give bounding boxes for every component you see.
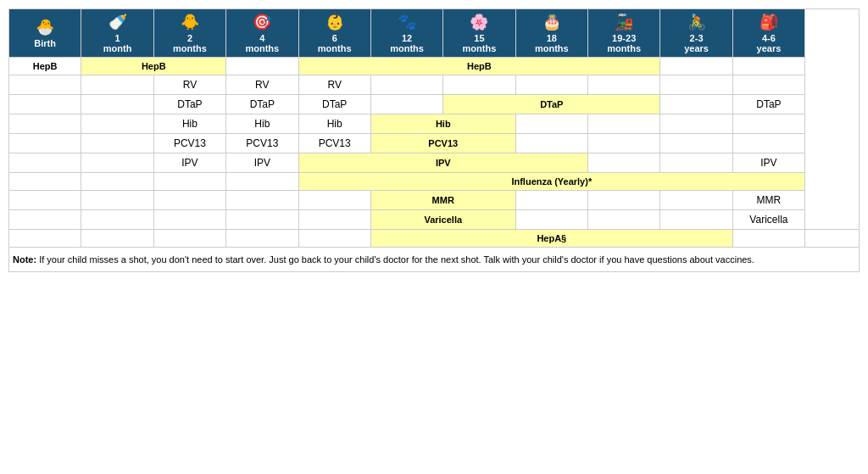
ipv-cell-2m: IPV [153,153,225,173]
header-1m: 🍼 1month [81,9,153,58]
hepa-cell-4-6y [805,230,860,248]
dtap-cell-birth [9,95,81,114]
rv-cell-1m [81,75,153,95]
mmr-cell-birth [9,191,81,210]
pcv13-cell-birth [9,134,81,153]
hepa-cell-2-3y [732,230,804,248]
mmr-cell-4m [226,191,298,210]
header-row: 🐣 Birth 🍼 1month 🐥 2months 🎯 4months 👶 6… [9,9,860,58]
hib-cell-1m [81,114,153,134]
header-2m-label: 2months [173,33,207,53]
rv-row: RV RV RV [9,75,860,95]
varicella-cell-birth [9,210,81,230]
mmr-row: MMR MMR [9,191,860,210]
hib-cell-18m [515,114,587,134]
header-12m: 🐾 12months [370,9,442,58]
dtap-cell-4-6y: DTaP [732,95,804,114]
hepa-cell-4m [226,230,298,248]
hepb-cell-4m [226,58,298,75]
header-birth-label: Birth [34,38,56,48]
header-19-23m-label: 19-23months [607,33,641,53]
hepb-cell-1m: HepB [81,58,226,75]
hepb-label: HepB [9,58,81,75]
dtap-cell-12m [370,95,442,114]
header-12m-label: 12months [390,33,424,53]
pcv13-cell-4m: PCV13 [226,134,298,153]
18m-icon: 🎂 [518,13,586,31]
hib-cell-birth [9,114,81,134]
note-cell: Note: If your child misses a shot, you d… [9,248,805,272]
pcv13-cell-12m: PCV13 [370,134,515,153]
4m-icon: 🎯 [228,13,296,31]
header-4-6y-label: 4-6years [757,33,782,53]
hepa-cell-1m [81,230,153,248]
header-6m: 👶 6months [298,9,370,58]
rv-cell-2-3y [660,75,732,95]
pcv13-cell-4-6y [732,134,804,153]
dtap-cell-6m: DTaP [298,95,370,114]
dtap-cell-2-3y [660,95,732,114]
influenza-cell-span: Influenza (Yearly)* [298,173,805,191]
varicella-row: Varicella Varicella [9,210,860,230]
dtap-cell-1m [81,95,153,114]
header-1m-label: 1month [103,33,132,53]
header-2m: 🐥 2months [153,9,225,58]
rv-cell-6m: RV [298,75,370,95]
note-text: If your child misses a shot, you don't n… [36,254,754,265]
ipv-cell-6m: IPV [298,153,588,173]
19-23m-icon: 🚂 [590,13,658,31]
hib-cell-12m: Hib [370,114,515,134]
hib-cell-4-6y [732,114,804,134]
rv-cell-4m: RV [226,75,298,95]
header-15m: 🌸 15months [443,9,515,58]
hib-cell-2m: Hib [153,114,225,134]
mmr-cell-2m [153,191,225,210]
hepb-row: HepB HepB HepB [9,58,860,75]
influenza-cell-2m [153,173,225,191]
mmr-cell-6m [298,191,370,210]
pcv13-row: PCV13 PCV13 PCV13 PCV13 [9,134,860,153]
dtap-row: DTaP DTaP DTaP DTaP DTaP [9,95,860,114]
pcv13-cell-6m: PCV13 [298,134,370,153]
header-4m: 🎯 4months [226,9,298,58]
mmr-cell-4-6y: MMR [732,191,804,210]
15m-icon: 🌸 [445,13,513,31]
mmr-cell-18m [515,191,587,210]
ipv-cell-birth [9,153,81,173]
header-birth: 🐣 Birth [9,9,81,58]
varicella-cell-2m [153,210,225,230]
varicella-cell-12m: Varicella [370,210,515,230]
varicella-cell-4-6y: Varicella [732,210,804,230]
mmr-cell-2-3y [660,191,732,210]
pcv13-cell-2m: PCV13 [153,134,225,153]
hepa-cell-birth [9,230,81,248]
ipv-cell-4-6y: IPV [732,153,804,173]
hib-row: Hib Hib Hib Hib [9,114,860,134]
1m-icon: 🍼 [83,13,151,31]
hepa-cell-12m: HepA§ [370,230,732,248]
varicella-cell-1m [81,210,153,230]
pcv13-cell-1m [81,134,153,153]
influenza-cell-1m [81,173,153,191]
pcv13-cell-2-3y [660,134,732,153]
pcv13-cell-19-23m [588,134,660,153]
pcv13-cell-18m [515,134,587,153]
hib-cell-2-3y [660,114,732,134]
note-row: Note: If your child misses a shot, you d… [9,248,860,272]
hepa-cell-6m [298,230,370,248]
varicella-cell-19-23m [588,210,660,230]
hepa-cell-2m [153,230,225,248]
ipv-row: IPV IPV IPV IPV [9,153,860,173]
4-6y-icon: 🎒 [735,13,803,31]
header-4m-label: 4months [245,33,279,53]
header-4-6y: 🎒 4-6years [732,9,804,58]
header-2-3y-label: 2-3years [684,33,709,53]
ipv-cell-2-3y [660,153,732,173]
rv-cell-4-6y [732,75,804,95]
birth-icon: 🐣 [11,18,79,36]
header-2-3y: 🚴 2-3years [660,9,732,58]
rv-cell-12m [370,75,442,95]
ipv-cell-4m: IPV [226,153,298,173]
header-6m-label: 6months [318,33,352,53]
varicella-cell-4m [226,210,298,230]
